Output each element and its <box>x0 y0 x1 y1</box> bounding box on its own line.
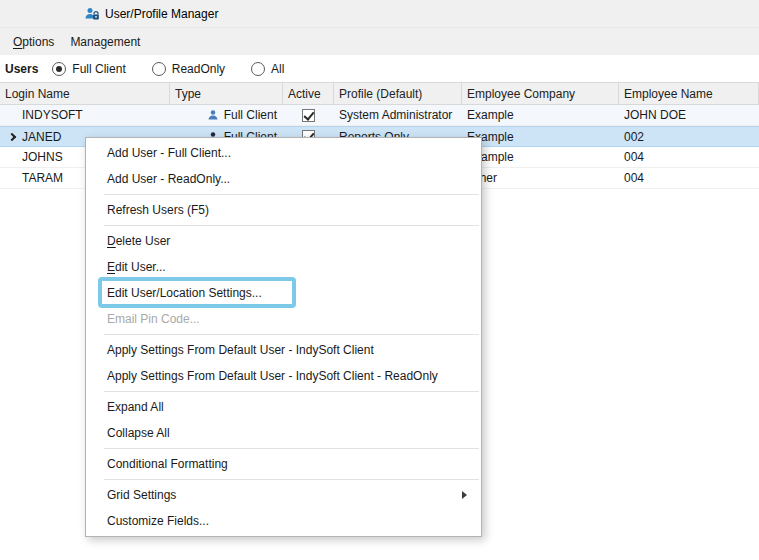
menu-item-refresh-users-f5[interactable]: Refresh Users (F5) <box>86 197 481 223</box>
menu-item-delete-user[interactable]: Delete User <box>86 228 481 254</box>
column-header-employee-name[interactable]: Employee Name <box>619 83 759 104</box>
column-header-type[interactable]: Type <box>170 83 283 104</box>
type-label: Full Client <box>224 108 277 122</box>
titlebar: User/Profile Manager <box>0 0 759 28</box>
cell-company: Example <box>462 105 619 125</box>
cell-type: Full Client <box>170 105 283 125</box>
selected-row-arrow-icon <box>8 133 16 141</box>
menu-item-expand-all[interactable]: Expand All <box>86 394 481 420</box>
menu-item-apply-settings-from-default-user-indysoft-client-readonly[interactable]: Apply Settings From Default User - IndyS… <box>86 363 481 389</box>
menubar: OptionsManagement <box>0 28 759 55</box>
cell-active <box>283 105 334 125</box>
radio-circle-icon <box>251 62 265 76</box>
cell-company: Example <box>462 147 619 167</box>
label: Conditional Formatting <box>107 457 228 471</box>
menu-separator <box>104 334 479 335</box>
label: Add User - Full Client... <box>107 146 231 160</box>
active-checkbox[interactable] <box>302 109 315 122</box>
menu-item-add-user-readonly[interactable]: Add User - ReadOnly... <box>86 166 481 192</box>
menu-item-conditional-formatting[interactable]: Conditional Formatting <box>86 451 481 477</box>
cell-employee: 002 <box>619 127 759 146</box>
user-person-icon <box>207 109 219 121</box>
context-menu: Add User - Full Client...Add User - Read… <box>85 137 482 537</box>
radio-option-all[interactable]: All <box>251 62 284 76</box>
label: Delete User <box>107 234 170 248</box>
label: Refresh Users (F5) <box>107 203 209 217</box>
cell-employee: 004 <box>619 168 759 188</box>
table-row-indysoft[interactable]: INDYSOFTFull ClientSystem AdministratorE… <box>0 105 759 126</box>
label: Grid Settings <box>107 488 176 502</box>
users-radio-group: Full ClientReadOnlyAll <box>52 62 284 76</box>
window-title: User/Profile Manager <box>105 7 218 21</box>
menu-separator <box>104 391 479 392</box>
cell-employee: JOHN DOE <box>619 105 759 125</box>
column-header-login-name[interactable]: Login Name <box>0 83 170 104</box>
menu-item-customize-fields[interactable]: Customize Fields... <box>86 508 481 534</box>
menu-item-add-user-full-client[interactable]: Add User - Full Client... <box>86 140 481 166</box>
menu-item-edit-user[interactable]: Edit User... <box>86 254 481 280</box>
radio-circle-icon <box>52 62 66 76</box>
users-label: Users <box>5 62 38 76</box>
label: Add User - ReadOnly... <box>107 172 230 186</box>
label: Apply Settings From Default User - IndyS… <box>107 343 374 357</box>
menu-item-edit-user-location-settings[interactable]: Edit User/Location Settings... <box>86 280 481 306</box>
column-header-profile-default[interactable]: Profile (Default) <box>334 83 462 104</box>
menubar-item-options[interactable]: Options <box>5 31 62 53</box>
submenu-arrow-icon <box>462 491 467 499</box>
user-lock-icon <box>85 7 99 21</box>
label: Apply Settings From Default User - IndyS… <box>107 369 438 383</box>
label: Collapse All <box>107 426 170 440</box>
menu-item-grid-settings[interactable]: Grid Settings <box>86 482 481 508</box>
label: Customize Fields... <box>107 514 209 528</box>
menubar-item-management[interactable]: Management <box>62 31 148 53</box>
cell-company: Example <box>462 127 619 146</box>
radio-label: All <box>271 62 284 76</box>
radio-option-full-client[interactable]: Full Client <box>52 62 125 76</box>
cell-company: Other <box>462 168 619 188</box>
label: Management <box>70 35 140 49</box>
label: Expand All <box>107 400 164 414</box>
menu-item-apply-settings-from-default-user-indysoft-client[interactable]: Apply Settings From Default User - IndyS… <box>86 337 481 363</box>
cell-employee: 004 <box>619 147 759 167</box>
radio-label: Full Client <box>72 62 125 76</box>
label: Email Pin Code... <box>107 312 200 326</box>
label: Edit User/Location Settings... <box>107 286 262 300</box>
label: Options <box>13 35 54 49</box>
cell-profile: System Administrator <box>334 105 462 125</box>
cell-login: INDYSOFT <box>0 105 170 125</box>
radio-circle-icon <box>152 62 166 76</box>
menu-item-collapse-all[interactable]: Collapse All <box>86 420 481 446</box>
radio-label: ReadOnly <box>172 62 225 76</box>
menu-separator <box>104 448 479 449</box>
radio-option-readonly[interactable]: ReadOnly <box>152 62 225 76</box>
grid-header-row: Login NameTypeActiveProfile (Default)Emp… <box>0 82 759 105</box>
menu-separator <box>104 479 479 480</box>
menu-item-email-pin-code: Email Pin Code... <box>86 306 481 332</box>
menu-separator <box>104 194 479 195</box>
users-filter-bar: Users Full ClientReadOnlyAll <box>0 55 759 82</box>
column-header-active[interactable]: Active <box>283 83 334 104</box>
column-header-employee-company[interactable]: Employee Company <box>462 83 619 104</box>
menu-separator <box>104 225 479 226</box>
label: Edit User... <box>107 260 166 274</box>
